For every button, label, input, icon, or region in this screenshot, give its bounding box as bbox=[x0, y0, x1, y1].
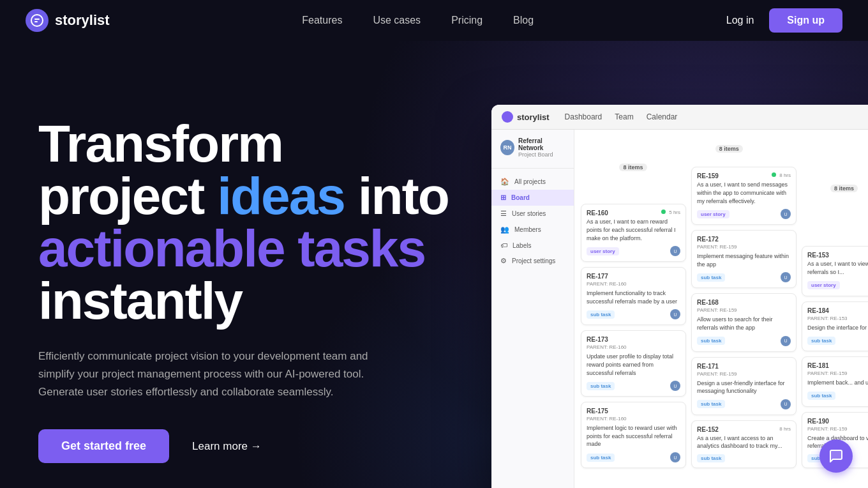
board-icon: ⊞ bbox=[500, 194, 506, 202]
home-icon: 🏠 bbox=[500, 178, 509, 186]
project-avatar: RN bbox=[500, 140, 514, 155]
sidebar-divider bbox=[491, 168, 574, 169]
sidebar-board[interactable]: ⊞ Board bbox=[491, 190, 574, 206]
headline-line4: instantly bbox=[38, 271, 242, 330]
table-row: RE-181 PARENT: RE-159 Implement back... … bbox=[802, 356, 868, 407]
nav-links: Features Use cases Pricing Blog bbox=[302, 15, 534, 26]
headline-ideas: ideas bbox=[217, 167, 345, 225]
get-started-button[interactable]: Get started free bbox=[38, 429, 169, 463]
dashboard-preview: storylist Dashboard Team Calendar RN Ref… bbox=[491, 105, 868, 488]
hero-section: Transform project ideas into actionable … bbox=[0, 41, 868, 488]
signup-button[interactable]: Sign up bbox=[769, 8, 842, 33]
chat-icon bbox=[828, 448, 844, 464]
preview-nav-dashboard[interactable]: Dashboard bbox=[565, 112, 602, 121]
preview-sidebar: RN Referral Network Project Board 🏠 All … bbox=[491, 130, 574, 488]
table-row: RE-184 PARENT: RE-153 Design the interfa… bbox=[802, 301, 868, 352]
nav-use-cases[interactable]: Use cases bbox=[373, 15, 421, 26]
kanban-col-backlog: Backlog 8 items RE-153 8 hrs bbox=[802, 136, 868, 468]
table-row: RE-175 PARENT: RE-160 Implement logic to… bbox=[581, 402, 686, 468]
hero-subtext: Efficiently communicate project vision t… bbox=[38, 347, 402, 401]
svg-point-0 bbox=[31, 15, 43, 26]
table-row: RE-172 PARENT: RE-159 Implement messagin… bbox=[691, 230, 797, 288]
preview-nav-calendar[interactable]: Calendar bbox=[647, 112, 678, 121]
navbar: storylist Features Use cases Pricing Blo… bbox=[0, 0, 868, 41]
sidebar-members-label: Members bbox=[514, 226, 541, 233]
sidebar-labels[interactable]: 🏷 Labels bbox=[491, 238, 574, 253]
hero-left: Transform project ideas into actionable … bbox=[38, 66, 472, 463]
chat-bubble[interactable] bbox=[819, 439, 853, 473]
project-info: Referral Network Project Board bbox=[518, 137, 565, 158]
members-icon: 👥 bbox=[500, 225, 509, 234]
table-row: RE-171 PARENT: RE-159 Design a user-frie… bbox=[691, 357, 797, 415]
sidebar-user-stories[interactable]: ☰ User stories bbox=[491, 206, 574, 222]
sidebar-board-label: Board bbox=[511, 194, 530, 201]
headline-line1: Transform bbox=[38, 114, 283, 172]
logo[interactable]: storylist bbox=[26, 9, 110, 32]
col-header-new-issues: New issues 8 items bbox=[581, 136, 686, 199]
sidebar-labels-label: Labels bbox=[513, 242, 531, 249]
project-sub: Project Board bbox=[518, 151, 565, 158]
sidebar-members[interactable]: 👥 Members bbox=[491, 222, 574, 238]
col-header-backlog: Backlog 8 items bbox=[802, 136, 868, 241]
nav-actions: Log in Sign up bbox=[726, 8, 842, 33]
headline-line2: project ideas into bbox=[38, 167, 449, 225]
logo-icon bbox=[26, 9, 49, 32]
nav-features[interactable]: Features bbox=[302, 15, 342, 26]
preview-body: RN Referral Network Project Board 🏠 All … bbox=[491, 130, 868, 488]
project-name: Referral Network bbox=[518, 137, 565, 151]
col-header-icebox: Icebox 8 items bbox=[691, 136, 797, 162]
preview-logo-text: storylist bbox=[517, 112, 550, 122]
table-row: RE-152 8 hrs As a user, I want access to… bbox=[691, 420, 797, 468]
kanban-board: New issues 8 items RE-160 5 hrs bbox=[574, 130, 868, 475]
hero-cta: Get started free Learn more → bbox=[38, 429, 472, 463]
sidebar-all-projects-label: All projects bbox=[514, 178, 546, 185]
preview-nav-team[interactable]: Team bbox=[615, 112, 633, 121]
sidebar-settings[interactable]: ⚙ Project settings bbox=[491, 253, 574, 269]
table-row: RE-160 5 hrs As a user, I want to earn r… bbox=[581, 204, 686, 262]
labels-icon: 🏷 bbox=[500, 241, 507, 249]
nav-pricing[interactable]: Pricing bbox=[451, 15, 483, 26]
learn-more-link[interactable]: Learn more → bbox=[192, 440, 262, 453]
settings-icon: ⚙ bbox=[500, 257, 507, 265]
kanban-col-new-issues: New issues 8 items RE-160 5 hrs bbox=[581, 136, 686, 468]
sidebar-settings-label: Project settings bbox=[512, 257, 555, 264]
headline-line3: actionable tasks bbox=[38, 219, 425, 277]
kanban-content: New issues 8 items RE-160 5 hrs bbox=[574, 130, 868, 488]
svg-rect-2 bbox=[34, 21, 38, 22]
kanban-col-icebox: Icebox 8 items RE-159 8 hrs bbox=[691, 136, 797, 468]
svg-rect-1 bbox=[34, 19, 40, 20]
table-row: RE-153 8 hrs As a user, I want to view a… bbox=[802, 246, 868, 296]
nav-blog[interactable]: Blog bbox=[513, 15, 534, 26]
stories-icon: ☰ bbox=[500, 210, 507, 218]
logo-text: storylist bbox=[55, 12, 110, 29]
preview-topbar: storylist Dashboard Team Calendar bbox=[491, 105, 868, 130]
sidebar-project: RN Referral Network Project Board bbox=[491, 137, 574, 163]
login-button[interactable]: Log in bbox=[726, 15, 754, 26]
preview-logo-icon bbox=[502, 111, 513, 123]
table-row: RE-173 PARENT: RE-160 Update user profil… bbox=[581, 330, 686, 397]
hero-headline: Transform project ideas into actionable … bbox=[38, 118, 472, 327]
preview-window: storylist Dashboard Team Calendar RN Ref… bbox=[491, 105, 868, 488]
table-row: RE-159 8 hrs As a user, I want to send m… bbox=[691, 167, 797, 225]
sidebar-stories-label: User stories bbox=[512, 210, 546, 217]
sidebar-all-projects[interactable]: 🏠 All projects bbox=[491, 174, 574, 190]
table-row: RE-168 PARENT: RE-159 Allow users to sea… bbox=[691, 293, 797, 351]
preview-nav: Dashboard Team Calendar bbox=[565, 112, 678, 121]
preview-logo: storylist bbox=[502, 111, 550, 123]
table-row: RE-177 PARENT: RE-160 Implement function… bbox=[581, 267, 686, 325]
